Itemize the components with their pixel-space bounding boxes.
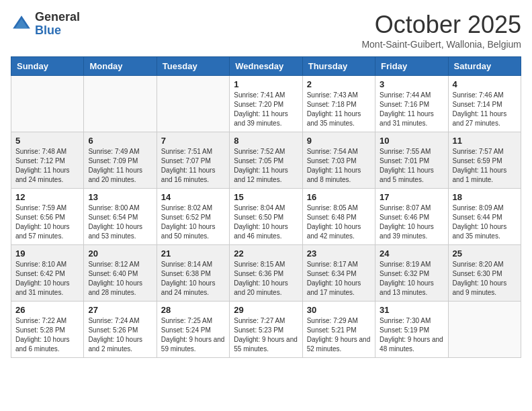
day-number: 15 — [234, 192, 298, 202]
calendar-day-cell: 20Sunrise: 8:12 AM Sunset: 6:40 PM Dayli… — [84, 245, 157, 302]
logo-icon — [11, 13, 32, 35]
day-info: Sunrise: 7:22 AM Sunset: 5:28 PM Dayligh… — [15, 316, 79, 354]
calendar-day-cell: 11Sunrise: 7:57 AM Sunset: 6:59 PM Dayli… — [448, 132, 521, 189]
day-info: Sunrise: 7:46 AM Sunset: 7:14 PM Dayligh… — [453, 91, 517, 128]
day-number: 23 — [307, 248, 371, 259]
day-number: 6 — [88, 136, 152, 146]
calendar-day-cell: 24Sunrise: 8:19 AM Sunset: 6:32 PM Dayli… — [375, 245, 448, 302]
day-info: Sunrise: 7:55 AM Sunset: 7:01 PM Dayligh… — [380, 147, 443, 185]
day-number: 28 — [161, 305, 225, 315]
day-header-sunday: Sunday — [11, 57, 84, 76]
day-info: Sunrise: 7:24 AM Sunset: 5:26 PM Dayligh… — [88, 316, 152, 354]
calendar-day-cell — [84, 76, 157, 132]
day-number: 29 — [234, 305, 298, 315]
day-info: Sunrise: 8:07 AM Sunset: 6:46 PM Dayligh… — [380, 203, 443, 241]
day-info: Sunrise: 7:59 AM Sunset: 6:56 PM Dayligh… — [15, 203, 79, 241]
day-info: Sunrise: 7:52 AM Sunset: 7:05 PM Dayligh… — [234, 147, 298, 185]
day-number: 14 — [161, 192, 225, 202]
day-header-wednesday: Wednesday — [230, 57, 302, 76]
calendar-week-row: 12Sunrise: 7:59 AM Sunset: 6:56 PM Dayli… — [11, 189, 521, 245]
day-info: Sunrise: 7:27 AM Sunset: 5:23 PM Dayligh… — [234, 316, 298, 354]
calendar-day-cell: 7Sunrise: 7:51 AM Sunset: 7:07 PM Daylig… — [157, 132, 229, 189]
day-info: Sunrise: 7:29 AM Sunset: 5:21 PM Dayligh… — [307, 316, 371, 354]
day-number: 22 — [234, 248, 298, 259]
day-info: Sunrise: 7:48 AM Sunset: 7:12 PM Dayligh… — [15, 147, 79, 185]
calendar-day-cell: 18Sunrise: 8:09 AM Sunset: 6:44 PM Dayli… — [448, 189, 521, 245]
day-number: 5 — [15, 136, 79, 146]
day-number: 12 — [15, 192, 79, 202]
logo-general-text: General — [35, 10, 80, 24]
page-header: General Blue October 2025 Mont-Saint-Gui… — [11, 11, 521, 50]
day-info: Sunrise: 8:00 AM Sunset: 6:54 PM Dayligh… — [88, 203, 152, 241]
day-info: Sunrise: 8:19 AM Sunset: 6:32 PM Dayligh… — [380, 260, 443, 298]
day-number: 19 — [15, 248, 79, 259]
day-number: 13 — [88, 192, 152, 202]
calendar-day-cell: 28Sunrise: 7:25 AM Sunset: 5:24 PM Dayli… — [157, 302, 229, 358]
day-header-tuesday: Tuesday — [157, 57, 229, 76]
location-text: Mont-Saint-Guibert, Wallonia, Belgium — [361, 39, 521, 50]
calendar-day-cell — [157, 76, 229, 132]
day-number: 9 — [307, 136, 371, 146]
day-info: Sunrise: 7:43 AM Sunset: 7:18 PM Dayligh… — [307, 91, 371, 128]
logo: General Blue — [11, 11, 80, 38]
calendar-day-cell: 26Sunrise: 7:22 AM Sunset: 5:28 PM Dayli… — [11, 302, 84, 358]
day-info: Sunrise: 8:02 AM Sunset: 6:52 PM Dayligh… — [161, 203, 225, 241]
day-number: 24 — [380, 248, 443, 259]
day-number: 11 — [453, 136, 517, 146]
day-number: 2 — [307, 79, 371, 89]
calendar-day-cell — [448, 302, 521, 358]
day-number: 17 — [380, 192, 443, 202]
calendar-day-cell: 8Sunrise: 7:52 AM Sunset: 7:05 PM Daylig… — [230, 132, 302, 189]
calendar-day-cell: 25Sunrise: 8:20 AM Sunset: 6:30 PM Dayli… — [448, 245, 521, 302]
calendar-day-cell: 21Sunrise: 8:14 AM Sunset: 6:38 PM Dayli… — [157, 245, 229, 302]
calendar-day-cell: 30Sunrise: 7:29 AM Sunset: 5:21 PM Dayli… — [302, 302, 375, 358]
calendar-week-row: 1Sunrise: 7:41 AM Sunset: 7:20 PM Daylig… — [11, 76, 521, 132]
calendar-day-cell: 29Sunrise: 7:27 AM Sunset: 5:23 PM Dayli… — [230, 302, 302, 358]
logo-text: General Blue — [35, 11, 80, 38]
calendar-day-cell: 31Sunrise: 7:30 AM Sunset: 5:19 PM Dayli… — [375, 302, 448, 358]
day-number: 3 — [380, 79, 443, 89]
day-number: 31 — [380, 305, 443, 315]
calendar-day-cell: 15Sunrise: 8:04 AM Sunset: 6:50 PM Dayli… — [230, 189, 302, 245]
calendar-day-cell: 4Sunrise: 7:46 AM Sunset: 7:14 PM Daylig… — [448, 76, 521, 132]
title-block: October 2025 Mont-Saint-Guibert, Walloni… — [361, 11, 521, 50]
day-header-thursday: Thursday — [302, 57, 375, 76]
day-info: Sunrise: 7:51 AM Sunset: 7:07 PM Dayligh… — [161, 147, 225, 185]
day-info: Sunrise: 8:09 AM Sunset: 6:44 PM Dayligh… — [453, 203, 517, 241]
day-info: Sunrise: 8:05 AM Sunset: 6:48 PM Dayligh… — [307, 203, 371, 241]
day-number: 27 — [88, 305, 152, 315]
calendar-day-cell: 14Sunrise: 8:02 AM Sunset: 6:52 PM Dayli… — [157, 189, 229, 245]
day-info: Sunrise: 8:17 AM Sunset: 6:34 PM Dayligh… — [307, 260, 371, 298]
day-number: 10 — [380, 136, 443, 146]
calendar-week-row: 19Sunrise: 8:10 AM Sunset: 6:42 PM Dayli… — [11, 245, 521, 302]
day-info: Sunrise: 8:20 AM Sunset: 6:30 PM Dayligh… — [453, 260, 517, 298]
day-number: 1 — [234, 79, 298, 89]
calendar-day-cell: 22Sunrise: 8:15 AM Sunset: 6:36 PM Dayli… — [230, 245, 302, 302]
day-info: Sunrise: 7:41 AM Sunset: 7:20 PM Dayligh… — [234, 91, 298, 128]
day-info: Sunrise: 8:15 AM Sunset: 6:36 PM Dayligh… — [234, 260, 298, 298]
day-info: Sunrise: 8:10 AM Sunset: 6:42 PM Dayligh… — [15, 260, 79, 298]
day-info: Sunrise: 7:25 AM Sunset: 5:24 PM Dayligh… — [161, 316, 225, 354]
day-number: 18 — [453, 192, 517, 202]
calendar-day-cell — [11, 76, 84, 132]
day-info: Sunrise: 7:57 AM Sunset: 6:59 PM Dayligh… — [453, 147, 517, 185]
calendar-day-cell: 6Sunrise: 7:49 AM Sunset: 7:09 PM Daylig… — [84, 132, 157, 189]
day-header-monday: Monday — [84, 57, 157, 76]
day-number: 25 — [453, 248, 517, 259]
logo-blue-text: Blue — [35, 24, 61, 37]
calendar-day-cell: 27Sunrise: 7:24 AM Sunset: 5:26 PM Dayli… — [84, 302, 157, 358]
calendar-day-cell: 23Sunrise: 8:17 AM Sunset: 6:34 PM Dayli… — [302, 245, 375, 302]
calendar-day-cell: 17Sunrise: 8:07 AM Sunset: 6:46 PM Dayli… — [375, 189, 448, 245]
day-number: 20 — [88, 248, 152, 259]
day-number: 21 — [161, 248, 225, 259]
day-info: Sunrise: 7:44 AM Sunset: 7:16 PM Dayligh… — [380, 91, 443, 128]
calendar-week-row: 26Sunrise: 7:22 AM Sunset: 5:28 PM Dayli… — [11, 302, 521, 358]
day-number: 4 — [453, 79, 517, 89]
calendar-day-cell: 5Sunrise: 7:48 AM Sunset: 7:12 PM Daylig… — [11, 132, 84, 189]
day-info: Sunrise: 8:04 AM Sunset: 6:50 PM Dayligh… — [234, 203, 298, 241]
calendar-day-cell: 19Sunrise: 8:10 AM Sunset: 6:42 PM Dayli… — [11, 245, 84, 302]
day-info: Sunrise: 7:30 AM Sunset: 5:19 PM Dayligh… — [380, 316, 443, 354]
day-number: 16 — [307, 192, 371, 202]
calendar-day-cell: 2Sunrise: 7:43 AM Sunset: 7:18 PM Daylig… — [302, 76, 375, 132]
day-info: Sunrise: 8:12 AM Sunset: 6:40 PM Dayligh… — [88, 260, 152, 298]
